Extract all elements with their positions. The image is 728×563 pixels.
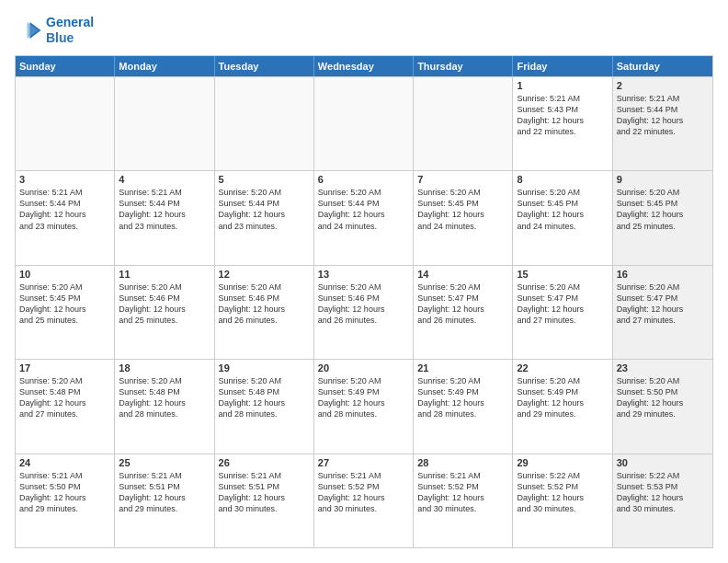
day-number: 14 bbox=[417, 269, 508, 280]
cell-info-line: and 29 minutes. bbox=[617, 408, 709, 419]
cell-info-line: Daylight: 12 hours bbox=[219, 209, 310, 220]
cell-info-line: Sunrise: 5:21 AM bbox=[19, 470, 110, 481]
calendar: SundayMondayTuesdayWednesdayThursdayFrid… bbox=[15, 55, 713, 548]
cell-info-line: and 30 minutes. bbox=[417, 503, 508, 514]
calendar-cell-day-6: 6Sunrise: 5:20 AMSunset: 5:44 PMDaylight… bbox=[314, 171, 414, 264]
calendar-cell-day-1: 1Sunrise: 5:21 AMSunset: 5:43 PMDaylight… bbox=[513, 77, 612, 170]
cell-info-line: Sunset: 5:53 PM bbox=[617, 481, 709, 492]
calendar-cell-day-24: 24Sunrise: 5:21 AMSunset: 5:50 PMDayligh… bbox=[16, 454, 115, 547]
cell-info-line: Daylight: 12 hours bbox=[219, 492, 310, 503]
cell-info-line: and 26 minutes. bbox=[417, 315, 508, 326]
calendar-cell-day-3: 3Sunrise: 5:21 AMSunset: 5:44 PMDaylight… bbox=[16, 171, 115, 264]
day-number: 15 bbox=[517, 269, 608, 280]
cell-info-line: Sunrise: 5:20 AM bbox=[417, 375, 508, 386]
calendar-cell-day-19: 19Sunrise: 5:20 AMSunset: 5:48 PMDayligh… bbox=[215, 360, 314, 453]
cell-info-line: Sunset: 5:45 PM bbox=[19, 293, 110, 304]
cell-info-line: and 25 minutes. bbox=[617, 221, 709, 232]
cell-info-line: Daylight: 12 hours bbox=[318, 209, 409, 220]
calendar-cell-empty bbox=[115, 77, 214, 170]
logo: General Blue bbox=[15, 15, 94, 46]
cell-info-line: Daylight: 12 hours bbox=[617, 115, 709, 126]
weekday-header-thursday: Thursday bbox=[414, 56, 513, 76]
cell-info-line: Daylight: 12 hours bbox=[417, 397, 508, 408]
calendar-cell-day-13: 13Sunrise: 5:20 AMSunset: 5:46 PMDayligh… bbox=[314, 266, 414, 359]
cell-info-line: and 23 minutes. bbox=[19, 221, 110, 232]
logo-icon bbox=[15, 17, 42, 44]
cell-info-line: Daylight: 12 hours bbox=[219, 304, 310, 315]
calendar-body: 1Sunrise: 5:21 AMSunset: 5:43 PMDaylight… bbox=[16, 76, 712, 547]
day-number: 7 bbox=[417, 174, 508, 185]
cell-info-line: Sunset: 5:50 PM bbox=[19, 481, 110, 492]
calendar-row-1: 1Sunrise: 5:21 AMSunset: 5:43 PMDaylight… bbox=[16, 76, 712, 170]
cell-info-line: Sunset: 5:51 PM bbox=[119, 481, 210, 492]
cell-info-line: Sunrise: 5:20 AM bbox=[219, 187, 310, 198]
cell-info-line: Sunrise: 5:20 AM bbox=[517, 375, 608, 386]
day-number: 19 bbox=[219, 362, 310, 373]
cell-info-line: Sunrise: 5:20 AM bbox=[417, 187, 508, 198]
calendar-cell-day-15: 15Sunrise: 5:20 AMSunset: 5:47 PMDayligh… bbox=[513, 266, 612, 359]
day-number: 13 bbox=[318, 269, 409, 280]
day-number: 11 bbox=[119, 269, 210, 280]
day-number: 16 bbox=[617, 269, 709, 280]
calendar-row-5: 24Sunrise: 5:21 AMSunset: 5:50 PMDayligh… bbox=[16, 454, 712, 547]
cell-info-line: Daylight: 12 hours bbox=[119, 209, 210, 220]
cell-info-line: Sunrise: 5:20 AM bbox=[318, 375, 409, 386]
calendar-header: SundayMondayTuesdayWednesdayThursdayFrid… bbox=[16, 56, 712, 76]
cell-info-line: Sunset: 5:44 PM bbox=[19, 198, 110, 209]
cell-info-line: Sunset: 5:45 PM bbox=[417, 198, 508, 209]
cell-info-line: Sunrise: 5:21 AM bbox=[617, 93, 709, 104]
day-number: 26 bbox=[219, 457, 310, 468]
day-number: 1 bbox=[517, 80, 608, 91]
cell-info-line: and 30 minutes. bbox=[318, 503, 409, 514]
cell-info-line: Sunset: 5:52 PM bbox=[318, 481, 409, 492]
cell-info-line: Sunrise: 5:20 AM bbox=[19, 282, 110, 293]
weekday-header-saturday: Saturday bbox=[613, 56, 712, 76]
cell-info-line: Daylight: 12 hours bbox=[617, 397, 709, 408]
cell-info-line: Sunset: 5:44 PM bbox=[318, 198, 409, 209]
weekday-header-tuesday: Tuesday bbox=[215, 56, 314, 76]
calendar-row-4: 17Sunrise: 5:20 AMSunset: 5:48 PMDayligh… bbox=[16, 359, 712, 453]
cell-info-line: Daylight: 12 hours bbox=[19, 492, 110, 503]
calendar-cell-day-20: 20Sunrise: 5:20 AMSunset: 5:49 PMDayligh… bbox=[314, 360, 414, 453]
cell-info-line: Sunset: 5:44 PM bbox=[219, 198, 310, 209]
calendar-cell-day-7: 7Sunrise: 5:20 AMSunset: 5:45 PMDaylight… bbox=[414, 171, 513, 264]
cell-info-line: Sunset: 5:52 PM bbox=[417, 481, 508, 492]
cell-info-line: and 26 minutes. bbox=[219, 315, 310, 326]
cell-info-line: and 22 minutes. bbox=[617, 126, 709, 137]
cell-info-line: and 27 minutes. bbox=[517, 315, 608, 326]
cell-info-line: Daylight: 12 hours bbox=[417, 492, 508, 503]
day-number: 12 bbox=[219, 269, 310, 280]
calendar-cell-day-14: 14Sunrise: 5:20 AMSunset: 5:47 PMDayligh… bbox=[414, 266, 513, 359]
cell-info-line: Daylight: 12 hours bbox=[517, 115, 608, 126]
cell-info-line: and 28 minutes. bbox=[219, 408, 310, 419]
header: General Blue bbox=[15, 15, 713, 46]
cell-info-line: Sunrise: 5:20 AM bbox=[219, 375, 310, 386]
calendar-cell-day-28: 28Sunrise: 5:21 AMSunset: 5:52 PMDayligh… bbox=[414, 454, 513, 547]
calendar-cell-day-18: 18Sunrise: 5:20 AMSunset: 5:48 PMDayligh… bbox=[115, 360, 214, 453]
calendar-cell-day-5: 5Sunrise: 5:20 AMSunset: 5:44 PMDaylight… bbox=[215, 171, 314, 264]
calendar-cell-day-11: 11Sunrise: 5:20 AMSunset: 5:46 PMDayligh… bbox=[115, 266, 214, 359]
cell-info-line: Sunrise: 5:20 AM bbox=[517, 282, 608, 293]
cell-info-line: Sunrise: 5:21 AM bbox=[417, 470, 508, 481]
day-number: 20 bbox=[318, 362, 409, 373]
cell-info-line: Sunset: 5:49 PM bbox=[417, 386, 508, 397]
calendar-cell-day-22: 22Sunrise: 5:20 AMSunset: 5:49 PMDayligh… bbox=[513, 360, 612, 453]
cell-info-line: and 29 minutes. bbox=[517, 408, 608, 419]
cell-info-line: and 30 minutes. bbox=[517, 503, 608, 514]
calendar-cell-day-2: 2Sunrise: 5:21 AMSunset: 5:44 PMDaylight… bbox=[613, 77, 712, 170]
cell-info-line: Sunset: 5:43 PM bbox=[517, 104, 608, 115]
cell-info-line: Sunset: 5:49 PM bbox=[318, 386, 409, 397]
calendar-cell-day-8: 8Sunrise: 5:20 AMSunset: 5:45 PMDaylight… bbox=[513, 171, 612, 264]
cell-info-line: and 25 minutes. bbox=[19, 315, 110, 326]
cell-info-line: and 28 minutes. bbox=[318, 408, 409, 419]
cell-info-line: and 26 minutes. bbox=[318, 315, 409, 326]
day-number: 3 bbox=[19, 174, 110, 185]
cell-info-line: Sunset: 5:47 PM bbox=[517, 293, 608, 304]
day-number: 22 bbox=[517, 362, 608, 373]
cell-info-line: Daylight: 12 hours bbox=[318, 492, 409, 503]
cell-info-line: Sunset: 5:48 PM bbox=[119, 386, 210, 397]
day-number: 2 bbox=[617, 80, 709, 91]
cell-info-line: Sunset: 5:49 PM bbox=[517, 386, 608, 397]
cell-info-line: and 25 minutes. bbox=[119, 315, 210, 326]
cell-info-line: Daylight: 12 hours bbox=[19, 209, 110, 220]
